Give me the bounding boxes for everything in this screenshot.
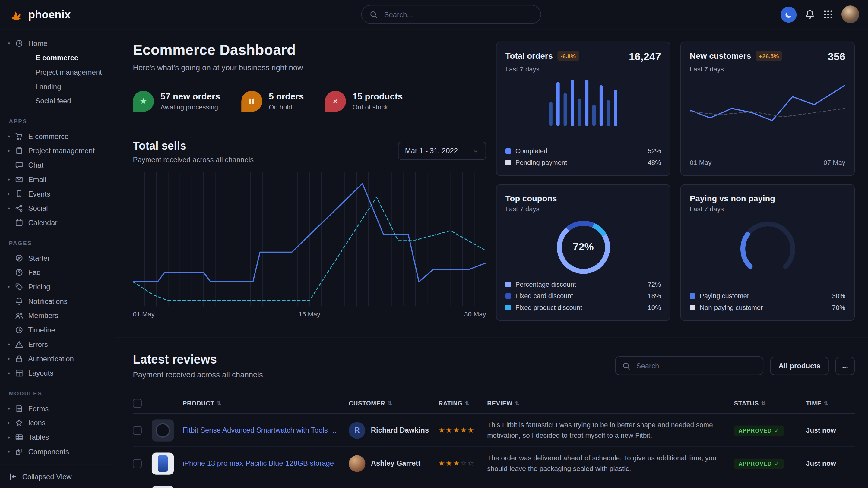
column-header-rating[interactable]: RATING⇅ [438,400,487,406]
reviews-search[interactable] [615,356,764,375]
user-avatar[interactable] [841,5,859,23]
sidebar-item-events[interactable]: ▸Events [0,187,115,201]
sort-icon[interactable]: ⇅ [388,400,392,406]
sidebar-item-project-management[interactable]: ▸Project management [0,143,115,158]
column-header-product[interactable]: PRODUCT⇅ [183,400,349,406]
sidebar-item-timeline[interactable]: Timeline [0,323,115,337]
sort-icon[interactable]: ⇅ [761,400,766,406]
legend-item-completed: Completed 52% [505,147,661,155]
sidebar-item-chat[interactable]: Chat [0,158,115,172]
product-thumbnail[interactable] [152,419,174,441]
sidebar-item-home[interactable]: ▾Home [0,36,115,50]
product-thumbnail[interactable] [152,452,174,475]
chat-icon [15,161,24,169]
column-header-time[interactable]: TIME⇅ [806,400,855,406]
column-header-status[interactable]: STATUS⇅ [734,400,806,406]
rating-stars: ★★★★★ [438,426,487,434]
new-customers-x-labels: 01 May07 May [690,154,845,166]
navbar-actions [780,5,859,23]
top-coupons-donut-wrap: 72% [557,221,610,274]
apps-grid-button[interactable] [823,9,833,19]
global-search[interactable] [361,5,541,24]
review-row: iPhone 13 pro max-Pacific Blue-128GB sto… [133,447,855,480]
sort-icon[interactable]: ⇅ [217,400,221,406]
sidebar-item-authentication[interactable]: ▸Authentication [0,352,115,366]
total-orders-badge: -6.8% [557,51,579,61]
question-icon [15,268,24,276]
stat-on-hold: 5 ordersOn hold [241,91,304,112]
reviews-search-input[interactable] [635,361,756,370]
column-header-customer[interactable]: CUSTOMER⇅ [349,400,438,406]
bar [549,102,553,126]
reviews-table-body: Fitbit Sense Advanced Smartwatch with To… [133,414,855,488]
stats-row: ★ 57 new ordersAwating processing 5 orde… [133,91,486,112]
layout-icon [15,369,24,377]
lock-icon [15,355,24,363]
legend-swatch [690,305,695,310]
date-range-value: Mar 1 - 31, 2022 [405,147,458,155]
bar [585,79,588,126]
sidebar-item-social[interactable]: ▸Social [0,201,115,215]
x-axis-label: 30 May [464,311,486,318]
sidebar-item-social-feed[interactable]: Social feed [0,93,115,108]
select-all-checkbox[interactable] [133,399,142,408]
notifications-button[interactable] [805,9,815,19]
sidebar-item-starter[interactable]: Starter [0,251,115,265]
all-products-button[interactable]: All products [770,357,829,375]
sidebar-item-calendar[interactable]: Calendar [0,215,115,230]
global-search-input[interactable] [383,10,533,19]
reviews-table: PRODUCT⇅CUSTOMER⇅RATING⇅REVIEW⇅STATUS⇅TI… [133,393,855,488]
status-badge: APPROVED ✓ [734,458,784,469]
date-range-select[interactable]: Mar 1 - 31, 2022 [398,142,486,160]
calendar-icon [15,218,24,227]
theme-toggle-button[interactable] [780,6,797,22]
legend-value: 70% [832,304,845,312]
cart-icon [15,132,24,140]
customer-cell[interactable]: Ashley Garrett [349,455,438,472]
legend-swatch [505,160,511,165]
sidebar-item-email[interactable]: ▸Email [0,172,115,187]
product-link[interactable]: iPhone 13 pro max-Pacific Blue-128GB sto… [183,459,349,467]
star-filled-icon: ★ [453,459,460,467]
sidebar-item-layouts[interactable]: ▸Layouts [0,366,115,380]
legend-item-non-paying-customer: Non-paying customer 70% [690,304,845,312]
caret-right-icon: ▸ [8,191,15,196]
bar [570,79,574,126]
top-coupons-legend: Percentage discount 72% Fixed card disco… [505,281,661,312]
sidebar-item-project-management[interactable]: Project management [0,65,115,79]
sidebar-item-faq[interactable]: Faq [0,265,115,280]
sidebar-item-notifications[interactable]: Notifications [0,294,115,308]
row-checkbox[interactable] [133,459,142,468]
sidebar-item-components[interactable]: ▸Components [0,444,115,459]
bar [599,85,603,126]
product-link[interactable]: Fitbit Sense Advanced Smartwatch with To… [183,426,349,434]
sidebar-item-pricing[interactable]: ▸Pricing [0,280,115,294]
sidebar-item-errors[interactable]: ▸Errors [0,337,115,352]
status-cell: APPROVED ✓ [734,458,806,469]
check-icon: ✓ [775,427,779,433]
sort-icon[interactable]: ⇅ [824,400,829,406]
collapsed-view-toggle[interactable]: Collapsed View [0,465,115,488]
sidebar-item-landing[interactable]: Landing [0,79,115,93]
sidebar-item-e-commerce[interactable]: ▸E commerce [0,129,115,143]
sidebar-item-e-commerce[interactable]: E commerce [0,50,115,65]
sort-icon[interactable]: ⇅ [465,400,470,406]
row-checkbox[interactable] [133,426,142,434]
sidebar-item-members[interactable]: Members [0,308,115,323]
sidebar-item-icons[interactable]: ▸Icons [0,415,115,430]
caret-right-icon: ▸ [8,405,15,411]
legend-item-fixed-card-discount: Fixed card discount 18% [505,292,661,300]
sort-icon[interactable]: ⇅ [515,400,520,406]
sidebar-item-forms[interactable]: ▸Forms [0,401,115,416]
bar [592,105,596,126]
brand[interactable]: phoenix [9,7,70,22]
column-header-review[interactable]: REVIEW⇅ [487,400,734,406]
sidebar-item-tables[interactable]: ▸Tables [0,430,115,444]
users-icon [15,311,24,320]
caret-right-icon: ▸ [8,449,15,454]
sidebar-nav: ▾HomeE commerceProject managementLanding… [0,29,115,465]
product-thumbnail[interactable] [152,486,174,488]
more-options-button[interactable]: ... [835,357,855,375]
clock-icon [15,326,24,334]
customer-cell[interactable]: RRichard Dawkins [349,422,438,438]
